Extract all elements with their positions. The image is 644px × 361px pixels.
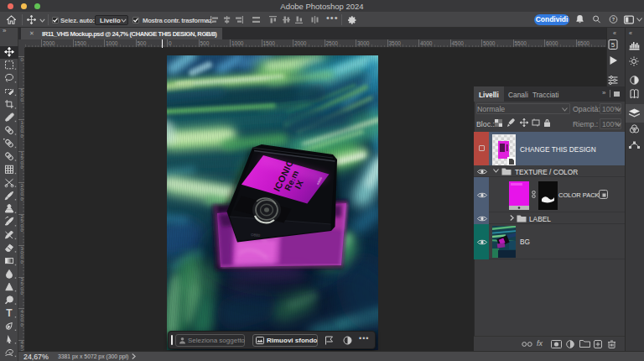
svg-text:?: ? [612, 17, 615, 22]
svg-text:T: T [6, 307, 13, 319]
svg-text:5: 5 [611, 41, 615, 49]
svg-text:O880: O880 [251, 233, 261, 238]
